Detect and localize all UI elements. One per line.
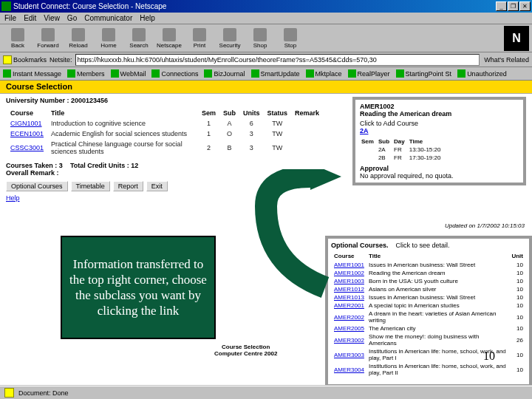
total-units: Total Credit Units : 12 <box>70 162 138 169</box>
col-remark: Remark <box>292 109 322 117</box>
shop-button[interactable]: Shop <box>245 26 275 51</box>
status-text: Document: Done <box>18 389 69 397</box>
book-icon <box>111 69 119 78</box>
book-icon <box>251 69 259 78</box>
opt-course-link[interactable]: AMER2005 <box>334 325 364 332</box>
whats-related-button[interactable]: What's Related <box>482 56 529 64</box>
link-startingpoint[interactable]: StartingPoint St <box>396 69 452 78</box>
menu-bar: File Edit View Go Communicator Help <box>0 13 532 24</box>
link-unauthorized[interactable]: Unauthorized <box>457 69 507 78</box>
link-webmail[interactable]: WebMail <box>111 69 146 78</box>
page-content: Course Selection University Number : 200… <box>0 81 532 385</box>
menu-go[interactable]: Go <box>67 14 77 22</box>
window-titlebar: Student Connect: Course Selection - Nets… <box>0 0 532 13</box>
link-members[interactable]: Members <box>67 69 105 78</box>
list-item: AMER2001A special topic in American stud… <box>332 302 525 309</box>
menu-communicator[interactable]: Communicator <box>84 14 132 22</box>
link-smartupdate[interactable]: SmartUpdate <box>251 69 300 78</box>
security-button[interactable]: Security <box>215 26 245 51</box>
netscape-button[interactable]: Netscape <box>154 26 184 51</box>
maximize-button[interactable]: ❐ <box>508 1 519 11</box>
opt-col-title: Title <box>367 252 509 260</box>
stop-button[interactable]: Stop <box>276 26 305 51</box>
col-sub: Sub <box>220 109 239 117</box>
opt-course-link[interactable]: AMER1002 <box>334 270 364 276</box>
netscape-icon <box>163 28 176 41</box>
book-icon <box>396 69 404 78</box>
list-item: AMER1002Reading the American dream10 <box>332 270 525 276</box>
reload-button[interactable]: Reload <box>64 26 93 51</box>
col-sem: Sem <box>199 109 219 117</box>
menu-help[interactable]: Help <box>140 14 155 22</box>
optional-hint: Click to see detail. <box>396 242 450 249</box>
menu-file[interactable]: File <box>4 14 16 22</box>
course-link[interactable]: CSSC3001 <box>10 144 44 151</box>
menu-edit[interactable]: Edit <box>24 14 36 22</box>
menu-view[interactable]: View <box>44 14 60 22</box>
detail-code: AMER1002 <box>360 103 519 110</box>
detail-title: Reading the American dream <box>360 110 519 117</box>
report-button[interactable]: Report <box>113 181 143 191</box>
print-button[interactable]: Print <box>185 26 214 51</box>
course-link[interactable]: CIGN1001 <box>10 120 42 127</box>
timetable-button[interactable]: Timetable <box>71 181 110 191</box>
table-row: ECEN1001 Academic English for social sci… <box>7 129 322 138</box>
bookmarks-button[interactable]: Bookmarks <box>3 55 47 64</box>
opt-course-link[interactable]: AMER3002 <box>334 337 364 344</box>
opt-course-link[interactable]: AMER2001 <box>334 302 364 309</box>
link-bizjournal[interactable]: BizJournal <box>204 69 245 78</box>
opt-course-link[interactable]: AMER1001 <box>334 262 364 268</box>
stop-icon <box>284 28 297 41</box>
link-mktplace[interactable]: Mktplace <box>306 69 342 78</box>
lock-icon <box>4 388 14 398</box>
opt-course-link[interactable]: AMER3004 <box>334 366 364 373</box>
courses-taken: Courses Taken : 3 <box>6 162 63 169</box>
link-realplayer[interactable]: RealPlayer <box>348 69 390 78</box>
schedule-table: SemSubDayTime 2AFR13:30-15:20 2BFR17:30-… <box>360 137 446 163</box>
opt-course-link[interactable]: AMER1012 <box>334 286 364 293</box>
selected-courses-table: Course Title Sem Sub Units Status Remark… <box>6 107 324 157</box>
optional-courses-panel: Optional Courses.Click to see detail. Co… <box>325 236 532 385</box>
optional-courses-button[interactable]: Optional Courses <box>6 181 68 191</box>
exit-button[interactable]: Exit <box>146 181 168 191</box>
close-button[interactable]: ✕ <box>519 1 531 11</box>
col-status: Status <box>264 109 290 117</box>
table-row: CIGN1001 Introduction to cognitive scien… <box>7 119 322 128</box>
minimize-button[interactable]: _ <box>496 1 507 11</box>
opt-course-link[interactable]: AMER1013 <box>334 294 364 301</box>
book-icon <box>348 69 356 78</box>
page-heading: Course Selection <box>0 81 532 94</box>
opt-course-link[interactable]: AMER3003 <box>334 352 364 358</box>
window-title: Student Connect: Course Selection - Nets… <box>13 2 496 10</box>
schedule-row: 2BFR17:30-19:20 <box>361 154 445 161</box>
back-button[interactable]: Back <box>3 26 33 51</box>
updated-timestamp: Updated on 1/7/2002 10:15:03 <box>445 222 525 229</box>
back-icon <box>11 28 24 41</box>
reload-icon <box>72 28 85 41</box>
url-input[interactable] <box>75 54 480 66</box>
im-icon <box>3 69 11 78</box>
course-link[interactable]: ECEN1001 <box>10 130 44 137</box>
link-connections[interactable]: Connections <box>151 69 198 78</box>
help-link[interactable]: Help <box>6 194 526 202</box>
bookmarks-icon <box>3 55 12 64</box>
page-footer: Course Selection Computer Centre 2002 <box>214 344 277 357</box>
book-icon <box>457 69 466 78</box>
book-icon <box>151 69 160 78</box>
opt-course-link[interactable]: AMER1003 <box>334 278 364 284</box>
opt-course-link[interactable]: AMER2002 <box>334 314 364 321</box>
forward-icon <box>41 28 55 41</box>
table-row: CSSC3001 Practical Chinese language cour… <box>7 140 322 156</box>
col-course: Course <box>7 109 47 117</box>
app-icon <box>1 1 11 11</box>
optional-title: Optional Courses. <box>331 242 389 249</box>
forward-button[interactable]: Forward <box>33 26 63 51</box>
toolbar: Back Forward Reload Home Search Netscape… <box>0 24 532 52</box>
home-button[interactable]: Home <box>94 26 123 51</box>
subclass-link[interactable]: 2A <box>360 127 369 134</box>
search-button[interactable]: Search <box>124 26 154 51</box>
netscape-logo: N <box>504 26 529 51</box>
link-instant-message[interactable]: Instant Message <box>3 69 61 78</box>
home-icon <box>102 28 115 41</box>
annotation-callout: Information transferred to the top right… <box>61 236 216 339</box>
